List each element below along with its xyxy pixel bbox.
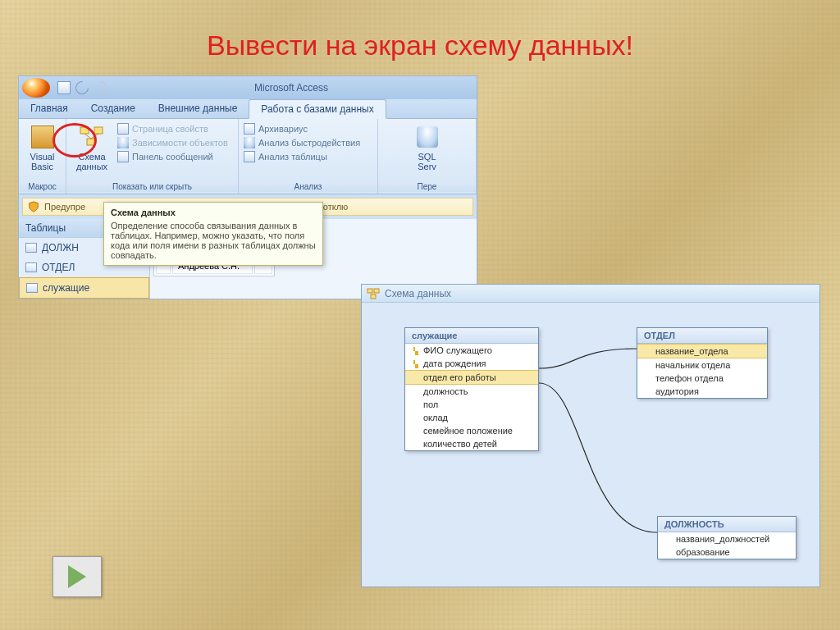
field[interactable]: ФИО служащего xyxy=(405,344,538,357)
app-title: Microsoft Access xyxy=(109,82,473,94)
table-title: ОТДЕЛ xyxy=(637,328,767,344)
group-analysis-label: Анализ xyxy=(239,181,377,192)
play-icon xyxy=(68,565,86,588)
save-icon[interactable] xyxy=(57,81,71,94)
svg-rect-3 xyxy=(368,289,372,293)
relationships-icon xyxy=(79,124,105,150)
svg-rect-1 xyxy=(94,127,103,134)
next-slide-button[interactable] xyxy=(52,556,102,597)
vb-icon xyxy=(30,124,56,150)
sqlserver-icon xyxy=(414,124,441,150)
relationships-icon xyxy=(367,288,380,299)
group-move-label: Пере xyxy=(378,181,476,192)
message-bar-button[interactable]: Панель сообщений xyxy=(117,150,228,163)
tooltip-schema: Схема данных Определение способа связыва… xyxy=(103,202,323,266)
property-sheet-button[interactable]: Страница свойств xyxy=(117,122,228,135)
relationships-canvas[interactable]: служащие ФИО служащего дата рождения отд… xyxy=(362,303,819,587)
group-show-label: Показать или скрыть xyxy=(66,181,238,192)
redo-icon[interactable] xyxy=(91,79,110,98)
field[interactable]: отдел его работы xyxy=(405,370,538,385)
tooltip-body: Определение способа связывания данных в … xyxy=(111,221,316,260)
svg-rect-2 xyxy=(87,139,95,145)
nav-item-sluzhashie[interactable]: служащие xyxy=(19,277,149,299)
office-button[interactable] xyxy=(22,78,50,98)
field[interactable]: образование xyxy=(658,546,796,559)
svg-rect-4 xyxy=(374,289,379,293)
tooltip-title: Схема данных xyxy=(111,208,316,217)
table-analyze-button[interactable]: Анализ таблицы xyxy=(244,150,372,163)
visual-basic-button[interactable]: Visual Basic xyxy=(24,122,61,173)
tab-create[interactable]: Создание xyxy=(80,99,147,118)
table-title: ДОЛЖНОСТЬ xyxy=(658,517,796,532)
field[interactable]: должность xyxy=(405,385,538,398)
relationships-window: Схема данных служащие ФИО служащего дата… xyxy=(361,284,820,587)
relationships-button[interactable]: Схема данных xyxy=(71,122,112,173)
table-title: служащие xyxy=(405,328,538,344)
table-otdel[interactable]: ОТДЕЛ название_отдела начальник отдела т… xyxy=(637,327,768,399)
tab-home[interactable]: Главная xyxy=(19,99,80,118)
warn-left: Предупре xyxy=(44,202,85,212)
tab-external[interactable]: Внешние данные xyxy=(147,99,249,118)
field[interactable]: телефон отдела xyxy=(637,372,767,385)
perf-analyze-button[interactable]: Анализ быстродействия xyxy=(244,136,372,149)
ribbon-tabs: Главная Создание Внешние данные Работа с… xyxy=(19,99,477,119)
field[interactable]: семейное положение xyxy=(405,424,538,437)
ribbon-body: Visual Basic Макрос Схема данных Страниц… xyxy=(19,119,477,194)
object-deps-button[interactable]: Зависимости объектов xyxy=(117,136,228,149)
undo-icon[interactable] xyxy=(73,79,92,98)
field[interactable]: пол xyxy=(405,398,538,411)
svg-rect-5 xyxy=(371,294,376,299)
shield-icon xyxy=(28,201,39,212)
field[interactable]: аудитория xyxy=(637,385,767,398)
group-macros-label: Макрос xyxy=(19,181,66,192)
field[interactable]: названия_должностей xyxy=(658,532,796,546)
tab-database-tools[interactable]: Работа с базами данных xyxy=(249,99,386,119)
quick-access-toolbar: Microsoft Access xyxy=(19,76,477,99)
access-ribbon-screenshot: Microsoft Access Главная Создание Внешни… xyxy=(18,75,477,299)
relationships-title: Схема данных xyxy=(385,288,451,299)
table-dolzhnost[interactable]: ДОЛЖНОСТЬ названия_должностей образовани… xyxy=(657,516,797,559)
field[interactable]: оклад xyxy=(405,411,538,424)
field[interactable]: количество детей xyxy=(405,437,538,450)
slide-title: Вывести на экран схему данных! xyxy=(0,30,840,62)
svg-rect-0 xyxy=(80,127,89,134)
field[interactable]: начальник отдела xyxy=(637,358,767,372)
table-sluzhashie[interactable]: служащие ФИО служащего дата рождения отд… xyxy=(404,327,539,451)
field[interactable]: название_отдела xyxy=(637,344,767,358)
sql-server-button[interactable]: SQL Serv xyxy=(383,122,471,173)
field[interactable]: дата рождения xyxy=(405,357,538,370)
archivist-button[interactable]: Архивариус xyxy=(244,122,372,135)
